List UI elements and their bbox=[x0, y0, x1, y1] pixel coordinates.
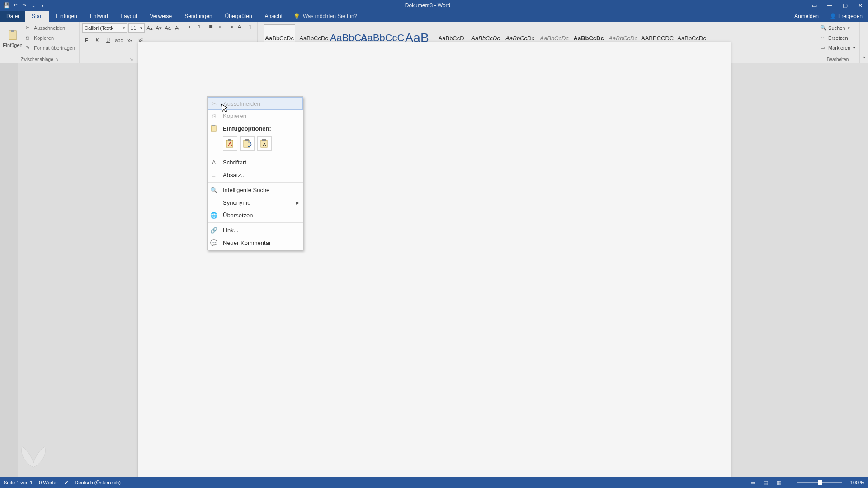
close-icon[interactable]: ✕ bbox=[853, 0, 868, 11]
strikethrough-button[interactable]: abc bbox=[115, 36, 123, 44]
ctx-paste-options-heading: Einfügeoptionen: bbox=[208, 122, 303, 135]
find-button[interactable]: 🔍Suchen▾ bbox=[819, 23, 857, 33]
multilevel-list-icon[interactable]: ≣ bbox=[207, 23, 215, 31]
tab-layout[interactable]: Layout bbox=[114, 11, 143, 22]
font-size-combo[interactable]: 11▾ bbox=[128, 23, 145, 33]
ctx-font[interactable]: A Schriftart... bbox=[208, 156, 303, 169]
zoom-out-icon[interactable]: − bbox=[791, 480, 794, 485]
ctx-cut[interactable]: ✂ Ausschneiden bbox=[208, 97, 303, 110]
show-marks-icon[interactable]: ¶ bbox=[246, 23, 255, 31]
svg-rect-7 bbox=[245, 139, 249, 141]
tab-review[interactable]: Überprüfen bbox=[219, 11, 259, 22]
subscript-button[interactable]: x₂ bbox=[126, 36, 134, 44]
share-button[interactable]: 👤 Freigeben bbox=[824, 11, 868, 22]
font-icon: A bbox=[209, 158, 218, 167]
select-button[interactable]: ▭Markieren▾ bbox=[819, 43, 857, 52]
replace-label: Ersetzen bbox=[828, 35, 848, 41]
style-preview: AaBbCcDc bbox=[540, 35, 569, 42]
web-layout-icon[interactable]: ▦ bbox=[774, 479, 784, 487]
paste-merge-formatting[interactable] bbox=[240, 136, 255, 151]
grow-font-icon[interactable]: A▴ bbox=[146, 24, 154, 32]
ribbon-display-options-icon[interactable]: ▭ bbox=[807, 0, 822, 11]
paintbrush-icon: ✎ bbox=[26, 45, 32, 51]
find-label: Suchen bbox=[828, 25, 845, 31]
decrease-indent-icon[interactable]: ⇤ bbox=[217, 23, 225, 31]
shrink-font-icon[interactable]: A▾ bbox=[155, 24, 163, 32]
dialog-launcher-icon[interactable]: ↘ bbox=[130, 57, 133, 61]
increase-indent-icon[interactable]: ⇥ bbox=[226, 23, 235, 31]
tab-view[interactable]: Ansicht bbox=[259, 11, 289, 22]
minimize-icon[interactable]: — bbox=[822, 0, 837, 11]
collapse-ribbon-icon[interactable]: ⌃ bbox=[862, 56, 866, 61]
comment-icon: 💬 bbox=[209, 238, 218, 247]
tab-mailings[interactable]: Sendungen bbox=[178, 11, 218, 22]
status-page[interactable]: Seite 1 von 1 bbox=[4, 480, 33, 485]
style-preview: AABBCCDC bbox=[641, 35, 674, 42]
sort-icon[interactable]: A↓ bbox=[236, 23, 245, 31]
spellcheck-icon[interactable]: ✔ bbox=[64, 480, 68, 486]
cut-button[interactable]: ✂Ausschneiden bbox=[24, 23, 76, 33]
bullets-icon[interactable]: •≡ bbox=[187, 23, 195, 31]
touch-mode-icon[interactable]: ⌄ bbox=[30, 2, 37, 9]
undo-icon[interactable]: ↶ bbox=[12, 2, 19, 9]
window-title: Dokument3 - Word bbox=[49, 2, 807, 9]
ctx-paragraph[interactable]: ≡ Absatz... bbox=[208, 169, 303, 181]
ctx-paste-options-label: Einfügeoptionen: bbox=[223, 125, 271, 132]
read-mode-icon[interactable]: ▭ bbox=[747, 479, 758, 487]
ctx-paragraph-label: Absatz... bbox=[223, 172, 246, 178]
ctx-link[interactable]: 🔗 Link... bbox=[208, 224, 303, 236]
zoom-in-icon[interactable]: + bbox=[844, 480, 847, 485]
ctx-smart-lookup[interactable]: 🔍 Intelligente Suche bbox=[208, 183, 303, 196]
ctx-new-comment[interactable]: 💬 Neuer Kommentar bbox=[208, 236, 303, 249]
tab-design[interactable]: Entwurf bbox=[84, 11, 115, 22]
ctx-synonyms[interactable]: Synonyme ▶ bbox=[208, 196, 303, 209]
style-preview: AaBbCcDc bbox=[677, 35, 706, 42]
ctx-synonyms-label: Synonyme bbox=[223, 199, 250, 206]
redo-icon[interactable]: ↷ bbox=[21, 2, 28, 9]
replace-button[interactable]: ↔Ersetzen bbox=[819, 33, 857, 42]
dialog-launcher-icon[interactable]: ↘ bbox=[55, 57, 59, 61]
clipboard-icon bbox=[209, 124, 218, 133]
zoom-value[interactable]: 100 % bbox=[850, 480, 864, 485]
bold-button[interactable]: F bbox=[82, 36, 90, 44]
navigation-pane-strip[interactable] bbox=[0, 63, 18, 477]
font-name-combo[interactable]: Calibri (Textk▾ bbox=[82, 23, 127, 33]
paste-text-only[interactable]: A bbox=[257, 136, 272, 151]
style-preview: AaBbCcDc bbox=[471, 35, 500, 42]
tell-me-search[interactable]: 💡 Was möchten Sie tun? bbox=[289, 11, 362, 22]
format-painter-label: Format übertragen bbox=[34, 45, 75, 51]
ctx-cut-label: Ausschneiden bbox=[223, 100, 260, 107]
maximize-icon[interactable]: ▢ bbox=[837, 0, 853, 11]
ctx-translate[interactable]: 🌐 Übersetzen bbox=[208, 209, 303, 221]
clear-formatting-icon[interactable]: A̶ bbox=[173, 24, 181, 32]
paste-button[interactable]: Einfügen bbox=[3, 23, 23, 54]
window-controls: ▭ — ▢ ✕ bbox=[807, 0, 868, 11]
format-painter-button[interactable]: ✎Format übertragen bbox=[24, 43, 76, 52]
zoom-slider[interactable] bbox=[797, 482, 842, 483]
change-case-icon[interactable]: Aa bbox=[164, 24, 172, 32]
tab-insert[interactable]: Einfügen bbox=[49, 11, 83, 22]
paragraph-icon: ≡ bbox=[209, 170, 218, 179]
numbering-icon[interactable]: 1≡ bbox=[197, 23, 205, 31]
zoom-control[interactable]: − + 100 % bbox=[791, 480, 864, 485]
italic-button[interactable]: K bbox=[93, 36, 101, 44]
svg-text:A: A bbox=[263, 142, 266, 147]
qat-customize-icon[interactable]: ▾ bbox=[39, 2, 46, 9]
copy-button[interactable]: ⎘Kopieren bbox=[24, 33, 76, 42]
sign-in-link[interactable]: Anmelden bbox=[789, 11, 824, 22]
lightbulb-icon: 💡 bbox=[293, 13, 300, 19]
status-language[interactable]: Deutsch (Österreich) bbox=[75, 480, 120, 485]
ctx-font-label: Schriftart... bbox=[223, 159, 251, 166]
underline-button[interactable]: U bbox=[104, 36, 112, 44]
tab-start[interactable]: Start bbox=[25, 11, 49, 22]
status-word-count[interactable]: 0 Wörter bbox=[39, 480, 58, 485]
print-layout-icon[interactable]: ▤ bbox=[760, 479, 771, 487]
ribbon-tabs: Datei Start Einfügen Entwurf Layout Verw… bbox=[0, 11, 868, 22]
copy-icon: ⎘ bbox=[26, 35, 32, 41]
ctx-copy[interactable]: ⎘ Kopieren bbox=[208, 109, 303, 122]
style-preview: AaBbCcD bbox=[439, 35, 464, 42]
tab-file[interactable]: Datei bbox=[0, 11, 25, 22]
paste-keep-source-formatting[interactable] bbox=[223, 136, 237, 151]
tab-references[interactable]: Verweise bbox=[143, 11, 178, 22]
save-icon[interactable]: 💾 bbox=[3, 2, 10, 9]
